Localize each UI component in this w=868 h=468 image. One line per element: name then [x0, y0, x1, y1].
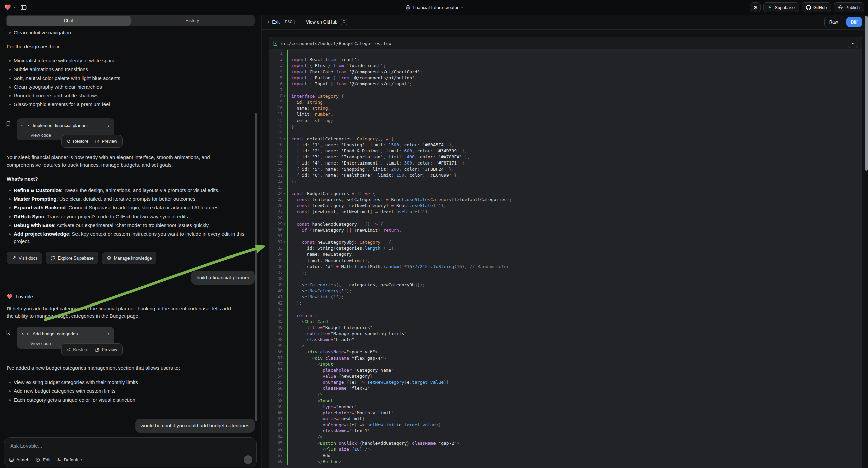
chat-input[interactable]	[10, 442, 252, 449]
attach-button[interactable]: Attach	[9, 457, 29, 462]
preview-button[interactable]: Preview	[95, 346, 117, 353]
code-line: 1	[269, 50, 862, 56]
logo-chevron-down-icon[interactable]: ▾	[14, 6, 16, 9]
scrolled-bullet-list: Clean, intuitive navigation	[7, 29, 255, 36]
code-line: 56 className="flex-1"	[269, 385, 862, 391]
lovable-app-window: ▾ financial-future-creator ▾ ⚙	[0, 0, 868, 468]
supabase-button[interactable]: Supabase	[763, 2, 799, 12]
code-line: 36 color: '#' + Math.floor(Math.random()…	[269, 264, 862, 270]
list-item: Soft, neutral color palette with light b…	[7, 75, 255, 82]
code-line: 53 placeholder="Category name"	[269, 367, 862, 373]
project-globe-icon	[405, 5, 410, 10]
edit-card-2: < > Add budget categories › View code ↺ …	[7, 327, 255, 355]
code-line: 3import { Plus } from 'lucide-react';	[269, 62, 862, 68]
code-line: 35 limit: Number(newLimit),	[269, 258, 862, 264]
code-line: 67 Add	[269, 452, 862, 458]
preview-button[interactable]: Preview	[95, 138, 117, 145]
raw-toggle-button[interactable]: Raw	[825, 17, 843, 27]
code-line: 22];	[269, 178, 862, 184]
project-switcher[interactable]: financial-future-creator ▾	[405, 5, 463, 10]
window-scrollbar[interactable]	[865, 16, 868, 171]
restore-button[interactable]: ↺ Restore	[67, 346, 88, 353]
code-line: 51 <div className="flex gap-4">	[269, 355, 862, 361]
send-button[interactable]: ↑	[244, 455, 252, 464]
list-item: Add project knowledge: Set key context o…	[7, 230, 249, 245]
chat-messages: Clean, intuitive navigation For the desi…	[0, 26, 261, 437]
publish-button[interactable]: Publish	[834, 2, 864, 12]
code-line: 7	[269, 87, 862, 93]
restore-preview-pill: ↺ Restore Preview	[61, 344, 123, 356]
code-line: 42 };	[269, 300, 862, 306]
list-item: GitHub Sync: Transfer your project's cod…	[7, 213, 255, 220]
knowledge-box-icon	[107, 256, 112, 261]
top-bar: ▾ financial-future-creator ▾ ⚙	[0, 0, 868, 15]
code-line: 32∨ const newCategoryObj: Category = {	[269, 239, 862, 245]
chevron-right-icon: ›	[108, 330, 110, 338]
code-line: 10 name: string;	[269, 105, 862, 111]
code-line: 16 { id: '1', name: 'Housing', limit: 15…	[269, 142, 862, 148]
code-line: 41 setNewLimit('');	[269, 294, 862, 300]
toggle-sidebar-icon[interactable]	[21, 4, 27, 11]
exit-button[interactable]: ‹ Exit ESC	[268, 19, 294, 25]
chat-history-tabs: Chat History	[6, 15, 255, 26]
manage-knowledge-button[interactable]: Manage knowledge	[102, 252, 157, 264]
lovable-logo-icon[interactable]	[4, 4, 11, 11]
chat-composer: Attach Edit Default ▾ ↑	[4, 437, 257, 467]
code-line: 44 return (	[269, 312, 862, 318]
code-line: 60 placeholder="Monthly limit"	[269, 410, 862, 416]
restore-button[interactable]: ↺ Restore	[67, 138, 88, 145]
model-selector[interactable]: Default ▾	[57, 457, 83, 462]
code-line: 38	[269, 275, 862, 282]
collapse-file-button[interactable]	[848, 39, 858, 48]
code-line: 29∨ const handleAddCategory = () => {	[269, 221, 862, 227]
tab-history[interactable]: History	[130, 16, 254, 26]
external-link-icon	[95, 139, 99, 144]
tab-chat[interactable]: Chat	[7, 16, 130, 26]
code-line: 11 limit: number;	[269, 111, 862, 117]
message-menu-button[interactable]: ···	[247, 293, 253, 300]
next-steps-list: Refine & Customize: Tweak the design, an…	[7, 187, 255, 245]
code-line: 46 title="Budget Categories"	[269, 324, 862, 330]
code-line: 21 { id: '6', name: 'Healthcare', limit:…	[269, 172, 862, 178]
code-line: 37 };	[269, 270, 862, 275]
list-item: Rounded corners and subtle shadows	[7, 92, 255, 99]
code-line: 18 { id: '3', name: 'Transportation', li…	[269, 154, 862, 160]
list-item: Subtle animations and transitions	[7, 66, 255, 73]
github-icon	[806, 5, 811, 10]
edit-mode-button[interactable]: Edit	[35, 457, 50, 462]
code-line: 14	[269, 129, 862, 136]
code-editor[interactable]: 12import React from 'react';3import { Pl…	[269, 49, 862, 468]
list-item: Debug with Ease: Activate our experiment…	[7, 222, 255, 229]
code-line: 40 setNewCategory('');	[269, 288, 862, 294]
bookmark-icon[interactable]	[6, 121, 11, 127]
esc-shortcut-badge: ESC	[283, 19, 294, 25]
visit-docs-button[interactable]: Visit docs	[7, 252, 42, 264]
view-on-github-button[interactable]: View on GitHub G	[306, 19, 347, 25]
design-bullet-list: Minimalist interface with plenty of whit…	[7, 57, 255, 108]
code-line: 63 className="flex-1"	[269, 428, 862, 434]
help-paragraph: I'll help you add budget categories to t…	[7, 305, 255, 320]
chat-panel: Chat History Clean, intuitive navigation…	[0, 15, 261, 468]
code-line: 19 { id: '4', name: 'Entertainment', lim…	[269, 160, 862, 166]
code-line: 57 />	[269, 391, 862, 398]
chevron-left-icon: ‹	[268, 20, 269, 25]
code-line: 5import { Button } from '@/components/ui…	[269, 75, 862, 81]
code-line: 23	[269, 184, 862, 191]
chat-scrollbar[interactable]	[255, 113, 257, 421]
design-heading: For the design aesthetic:	[7, 43, 255, 50]
file-path: src/components/budget/BudgetCategories.t…	[281, 41, 391, 46]
code-line: 8∨interface Category {	[269, 93, 862, 99]
code-line: 55 onChange={(e) => setNewCategory(e.tar…	[269, 379, 862, 385]
settings-button[interactable]: ⚙	[750, 2, 761, 12]
restore-preview-pill: ↺ Restore Preview	[61, 135, 123, 148]
github-button[interactable]: GitHub	[802, 2, 831, 12]
restore-icon: ↺	[67, 138, 71, 145]
whats-next-heading: What's next?	[7, 175, 255, 183]
file-header[interactable]: src/components/budget/BudgetCategories.t…	[269, 37, 862, 49]
explore-supabase-button[interactable]: Explore Supabase	[45, 252, 98, 264]
user-message: build a financial planner	[191, 271, 255, 285]
g-shortcut-badge: G	[341, 19, 348, 25]
chevron-down-icon: ▾	[81, 458, 82, 461]
bookmark-icon[interactable]	[6, 329, 11, 335]
diff-toggle-button[interactable]: Diff	[846, 17, 862, 27]
